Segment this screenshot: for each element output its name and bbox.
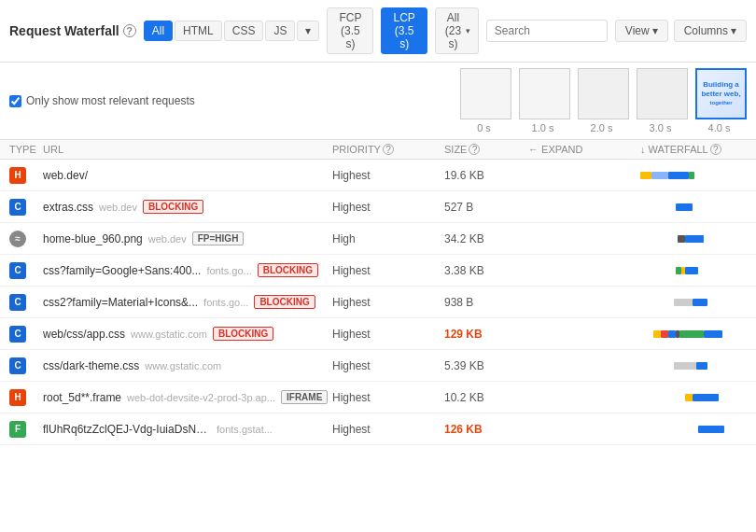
size-cell: 5.39 KB: [444, 359, 528, 372]
table-row[interactable]: C css/dark-theme.css www.gstatic.com Hig…: [0, 350, 756, 382]
thumb-5: Building abetter web,together: [695, 68, 747, 119]
view-dropdown-icon: ▾: [652, 24, 658, 37]
title-text: Request Waterfall: [9, 23, 119, 38]
table-row[interactable]: H web.dev/ Highest 19.6 KB: [0, 160, 756, 191]
search-input[interactable]: [486, 20, 608, 42]
type-icon: F: [9, 421, 26, 438]
thumbnail-row: Building abetter web,together: [460, 68, 747, 119]
type-icon: H: [9, 167, 26, 184]
type-icon: C: [9, 199, 26, 216]
view-button[interactable]: View ▾: [615, 20, 668, 42]
filter-js[interactable]: JS: [265, 21, 295, 41]
col-expand: ← EXPAND: [528, 144, 640, 155]
table-body: H web.dev/ Highest 19.6 KB C extras.css …: [0, 160, 756, 445]
waterfall-cell: [640, 293, 747, 312]
col-priority: PRIORITY ?: [332, 144, 444, 155]
table-row[interactable]: ≈ home-blue_960.png web.dev FP=HIGH High…: [0, 223, 756, 255]
col-type: TYPE: [9, 144, 43, 155]
url-domain: web-dot-devsite-v2-prod-3p.ap...: [127, 392, 275, 403]
url-main: extras.css: [43, 201, 93, 214]
url-main: css?family=Google+Sans:400...: [43, 264, 201, 277]
url-domain: www.gstatic.com: [131, 329, 207, 340]
columns-button[interactable]: Columns ▾: [674, 20, 747, 42]
filter-all[interactable]: All: [144, 21, 173, 41]
type-cell: ≈: [9, 231, 43, 247]
wf-bar: [693, 394, 719, 401]
badge-blocking: BLOCKING: [258, 263, 318, 277]
size-cell: 10.2 KB: [444, 391, 528, 404]
table-row[interactable]: F flUhRq6tzZclQEJ-Vdg-IuiaDsNclhQ8tQ... …: [0, 413, 756, 445]
relevant-requests-checkbox-label[interactable]: Only show most relevant requests: [9, 94, 195, 107]
url-cell: flUhRq6tzZclQEJ-Vdg-IuiaDsNclhQ8tQ... fo…: [43, 423, 332, 436]
size-cell: 129 KB: [444, 328, 528, 341]
type-cell: C: [9, 326, 43, 343]
wf-bar: [674, 362, 696, 370]
type-icon: C: [9, 262, 26, 279]
thumb-4: [637, 68, 688, 119]
size-cell: 19.6 KB: [444, 169, 528, 182]
badge-blocking: BLOCKING: [143, 200, 203, 214]
waterfall-help-icon[interactable]: ?: [710, 144, 721, 155]
url-domain: www.gstatic.com: [145, 360, 221, 371]
wf-bar: [651, 172, 668, 179]
filter-css[interactable]: CSS: [224, 21, 264, 41]
col-waterfall: ↓ WATERFALL ?: [640, 144, 747, 155]
priority-help-icon[interactable]: ?: [383, 144, 394, 155]
priority-cell: Highest: [332, 264, 444, 277]
wf-bar: [704, 330, 722, 338]
url-main: web.dev/: [43, 169, 88, 182]
all-label: All (23 s): [443, 11, 463, 50]
expand-label: ← EXPAND: [528, 144, 582, 155]
help-icon[interactable]: ?: [123, 24, 136, 37]
wf-bar: [698, 426, 724, 433]
waterfall-cell: [640, 357, 747, 375]
waterfall-cell: [640, 420, 747, 439]
url-cell: web.dev/: [43, 169, 332, 182]
wf-bar: [668, 330, 676, 338]
relevant-requests-checkbox[interactable]: [9, 95, 21, 107]
url-cell: root_5d**.frame web-dot-devsite-v2-prod-…: [43, 390, 332, 404]
table-row[interactable]: H root_5d**.frame web-dot-devsite-v2-pro…: [0, 382, 756, 413]
marker-2: 2.0 s: [576, 122, 627, 133]
size-cell: 527 B: [444, 201, 528, 214]
columns-label: Columns: [684, 24, 728, 37]
wf-bar: [685, 394, 693, 401]
badge-blocking: BLOCKING: [254, 295, 315, 309]
wf-bar: [693, 299, 707, 306]
priority-cell: Highest: [332, 359, 444, 372]
url-cell: css?family=Google+Sans:400... fonts.go..…: [43, 263, 332, 277]
waterfall-cell: [640, 325, 747, 343]
type-icon: H: [9, 389, 26, 406]
size-cell: 3.38 KB: [444, 264, 528, 277]
size-help-icon[interactable]: ?: [469, 144, 480, 155]
marker-4: 4.0 s: [693, 122, 745, 133]
url-main: home-blue_960.png: [43, 232, 143, 245]
wf-bar: [689, 172, 694, 179]
wf-bar: [653, 330, 661, 338]
wf-bar: [685, 235, 704, 243]
wf-bar: [685, 267, 698, 274]
priority-cell: Highest: [332, 423, 444, 436]
table-row[interactable]: C web/css/app.css www.gstatic.com BLOCKI…: [0, 318, 756, 350]
type-icon: C: [9, 357, 26, 374]
fcp-button[interactable]: FCP (3.5 s): [327, 7, 373, 54]
filter-js-dropdown[interactable]: ▾: [297, 21, 319, 41]
toolbar-right: View ▾ Columns ▾: [615, 20, 747, 42]
filter-html[interactable]: HTML: [175, 21, 222, 41]
url-cell: css2?family=Material+Icons&... fonts.go.…: [43, 295, 332, 309]
all-button[interactable]: All (23 s) ▾: [435, 7, 479, 54]
type-icon: ≈: [9, 231, 26, 247]
table-row[interactable]: C css2?family=Material+Icons&... fonts.g…: [0, 287, 756, 318]
url-cell: web/css/app.css www.gstatic.com BLOCKING: [43, 327, 332, 341]
timeline-ruler: 0 s 1.0 s 2.0 s 3.0 s 4.0 s: [458, 122, 747, 133]
table-header: TYPE URL PRIORITY ? SIZE ? ← EXPAND ↓ WA…: [0, 140, 756, 160]
table-row[interactable]: C extras.css web.dev BLOCKING Highest 52…: [0, 191, 756, 223]
priority-cell: Highest: [332, 201, 444, 214]
priority-cell: Highest: [332, 391, 444, 404]
thumb-1: [460, 68, 511, 119]
url-main: css2?family=Material+Icons&...: [43, 296, 198, 309]
type-cell: C: [9, 294, 43, 311]
lcp-button[interactable]: LCP (3.5 s): [381, 7, 427, 54]
table-row[interactable]: C css?family=Google+Sans:400... fonts.go…: [0, 255, 756, 287]
type-cell: C: [9, 357, 43, 374]
